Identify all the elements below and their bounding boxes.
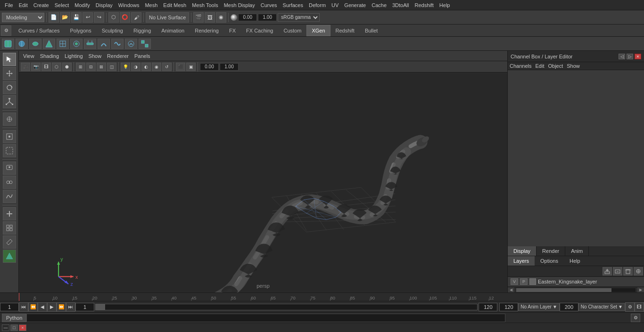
vp-menu-panels[interactable]: Panels: [132, 53, 153, 59]
vp-solid-btn[interactable]: ⊠: [97, 63, 106, 71]
tab-sculpting[interactable]: Sculpting: [97, 25, 128, 36]
rotate-tool[interactable]: [3, 81, 16, 94]
layer-item[interactable]: V P Eastern_Kingsnake_layer: [508, 277, 644, 287]
selection-tool[interactable]: [3, 144, 16, 157]
menu-windows[interactable]: Windows: [116, 0, 142, 10]
vp-cam2-btn[interactable]: 📷: [31, 63, 41, 71]
layer-new-selected-btn[interactable]: [613, 267, 622, 275]
menu-edit[interactable]: Edit: [16, 0, 31, 10]
vp-menu-show[interactable]: Show: [86, 53, 104, 59]
vp-wire-btn[interactable]: ⊟: [86, 63, 96, 71]
python-settings-icon[interactable]: ⚙: [631, 314, 640, 322]
grid-tool[interactable]: [3, 221, 16, 235]
vp-xray-btn[interactable]: ▣: [186, 63, 196, 71]
curve-tool[interactable]: [3, 190, 16, 203]
object-btn[interactable]: Object: [548, 63, 563, 69]
lasso-btn[interactable]: ⭕: [120, 12, 130, 23]
current-frame-input[interactable]: [0, 303, 19, 311]
timeline-slider[interactable]: [95, 304, 478, 310]
tab-animation[interactable]: Animation: [156, 25, 190, 36]
menu-file[interactable]: File: [2, 0, 16, 10]
color-mode-select[interactable]: sRGB gamma: [278, 13, 320, 22]
anim-start-frame[interactable]: [499, 303, 518, 311]
layer-playback-btn[interactable]: P: [520, 278, 528, 285]
xgen-btn6[interactable]: [70, 39, 83, 49]
tab-rendering[interactable]: Rendering: [190, 25, 224, 36]
tab-curves-surfaces[interactable]: Curves / Surfaces: [13, 25, 65, 36]
viewport-canvas[interactable]: x y z persp: [19, 73, 507, 292]
vp-input2[interactable]: [220, 63, 239, 71]
frame-slider-start[interactable]: [75, 303, 94, 311]
vp-btn4[interactable]: ⬡: [52, 63, 61, 71]
render-btn[interactable]: 🎬: [193, 12, 204, 23]
render-view-btn[interactable]: [3, 162, 16, 175]
xgen-btn5[interactable]: [57, 39, 69, 49]
vp-ao-btn[interactable]: ◐: [141, 63, 151, 71]
menu-edit-mesh[interactable]: Edit Mesh: [160, 0, 189, 10]
xgen-btn2[interactable]: [16, 39, 28, 49]
window-minimize-btn[interactable]: —: [2, 324, 9, 331]
color-picker[interactable]: [231, 14, 237, 21]
channels-btn[interactable]: Channels: [510, 63, 531, 69]
vp-shadow-btn[interactable]: ◑: [131, 63, 140, 71]
vp-iso-btn[interactable]: ⬛: [176, 63, 185, 71]
scrollbar-thumb[interactable]: [516, 288, 611, 292]
playback-play[interactable]: ▶: [47, 302, 57, 312]
scale-tool[interactable]: [3, 95, 16, 108]
vp-grid-btn[interactable]: ⊞: [76, 63, 85, 71]
universal-tool[interactable]: [3, 113, 16, 126]
menu-mesh-display[interactable]: Mesh Display: [221, 0, 258, 10]
layers-scrollbar[interactable]: ◀ ▶: [508, 287, 644, 292]
prefs-btn[interactable]: ⚙: [625, 302, 635, 312]
python-input[interactable]: [26, 314, 505, 322]
menu-create[interactable]: Create: [31, 0, 52, 10]
menu-mesh[interactable]: Mesh: [142, 0, 160, 10]
panel-btn2[interactable]: ▷: [627, 54, 633, 59]
timeline[interactable]: 5 10 15 20 25 30 35 40 45 50 55 60 65: [0, 292, 644, 301]
ipr-btn[interactable]: 🖼: [205, 12, 215, 23]
anim-end-frame[interactable]: [560, 303, 578, 311]
menu-deform[interactable]: Deform: [306, 0, 329, 10]
vp-input1[interactable]: [200, 63, 219, 71]
frame-slider-end[interactable]: [479, 303, 497, 311]
vp-menu-view[interactable]: View: [21, 53, 37, 59]
scroll-right-btn[interactable]: ▶: [637, 287, 644, 293]
vp-camera-btn[interactable]: 🎥: [21, 63, 30, 71]
panel-btn1[interactable]: ◁: [619, 54, 625, 59]
menu-help[interactable]: Help: [437, 0, 453, 10]
tab-anim[interactable]: Anim: [565, 246, 589, 256]
edit-btn[interactable]: Edit: [535, 63, 544, 69]
xgen-btn1[interactable]: [2, 39, 14, 49]
select-btn[interactable]: ⬡: [108, 12, 119, 23]
vp-value1[interactable]: [238, 14, 257, 21]
xgen-main-btn[interactable]: [3, 250, 16, 263]
new-file-btn[interactable]: 📄: [49, 12, 59, 23]
layers-tab-layers[interactable]: Layers: [508, 256, 535, 266]
xgen-btn9[interactable]: [111, 39, 124, 49]
tab-custom[interactable]: Custom: [279, 25, 307, 36]
tab-fx[interactable]: FX: [224, 25, 241, 36]
vp-btn5[interactable]: ⬢: [62, 63, 72, 71]
tab-redshift[interactable]: Redshift: [330, 25, 360, 36]
menu-redshift[interactable]: Redshift: [412, 0, 436, 10]
menu-mesh-tools[interactable]: Mesh Tools: [189, 0, 221, 10]
vp-cam3-btn[interactable]: 🎞: [41, 63, 51, 71]
tab-fx-caching[interactable]: FX Caching: [241, 25, 278, 36]
vp-light-btn[interactable]: 💡: [121, 63, 130, 71]
vp-aa-btn[interactable]: ◉: [152, 63, 161, 71]
open-file-btn[interactable]: 📂: [60, 12, 70, 23]
tab-polygons[interactable]: Polygons: [65, 25, 96, 36]
menu-surfaces[interactable]: Surfaces: [280, 0, 306, 10]
tab-xgen[interactable]: XGen: [306, 25, 330, 36]
select-tool[interactable]: [3, 53, 16, 66]
tab-display[interactable]: Display: [508, 246, 537, 256]
window-close-btn[interactable]: ×: [19, 324, 26, 331]
vp-menu-renderer[interactable]: Renderer: [105, 53, 131, 59]
xgen-btn8[interactable]: [98, 39, 110, 49]
tab-bullet[interactable]: Bullet: [360, 25, 383, 36]
xgen-btn11[interactable]: [139, 39, 151, 49]
menu-3dto[interactable]: 3DtoAll: [389, 0, 412, 10]
workspace-select[interactable]: Modeling: [2, 13, 44, 22]
layer-new-empty-btn[interactable]: [603, 267, 612, 275]
redo-btn[interactable]: ↪: [94, 12, 104, 23]
